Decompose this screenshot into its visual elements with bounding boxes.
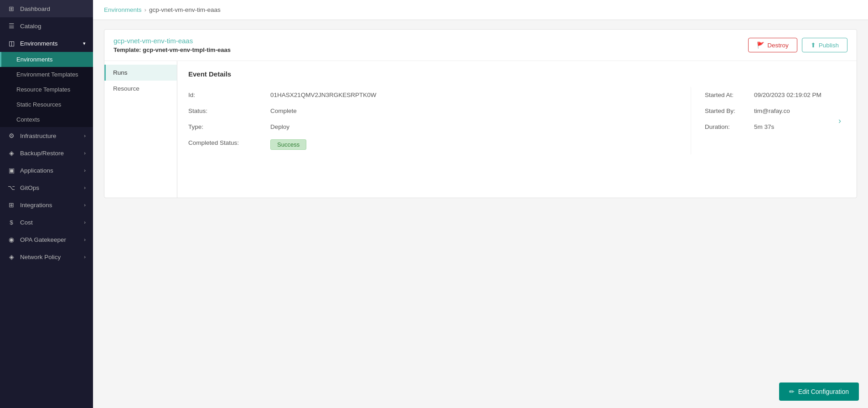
breadcrumb-current: gcp-vnet-vm-env-tim-eaas — [149, 6, 221, 13]
edit-configuration-button[interactable]: ✏ Edit Configuration — [779, 382, 859, 401]
side-tabs: Runs Resource — [104, 61, 177, 198]
template-value: gcp-vnet-vm-env-tmpl-tim-eaas — [143, 46, 231, 53]
type-value: Deploy — [270, 119, 691, 135]
sidebar-item-integrations[interactable]: ⊞ Integrations › — [0, 196, 93, 214]
sidebar-item-gitops[interactable]: ⌥ GitOps › — [0, 179, 93, 196]
sidebar-subitem-environments[interactable]: Environments — [0, 52, 93, 67]
sidebar-item-cost[interactable]: $ Cost › — [0, 214, 93, 231]
publish-button[interactable]: ⬆ Publish — [802, 38, 847, 52]
id-label: Id: — [188, 87, 270, 103]
destroy-label: Destroy — [767, 42, 789, 49]
duration-row: Duration: 5m 37s — [705, 119, 846, 135]
tab-resource[interactable]: Resource — [104, 81, 177, 97]
event-details-right: Started At: 09/20/2023 02:19:02 PM Start… — [691, 87, 846, 154]
sidebar-item-environments-parent[interactable]: ◫ Environments ▾ — [0, 35, 93, 52]
gitops-icon: ⌥ — [7, 184, 16, 192]
event-details-left: Id: 01HASX21QMV2JN3RGKESRPTK0W Status: C… — [188, 87, 691, 154]
breadcrumb: Environments › gcp-vnet-vm-env-tim-eaas — [93, 0, 868, 20]
sidebar-item-backup-restore[interactable]: ◈ Backup/Restore › — [0, 144, 93, 162]
event-details-title: Event Details — [188, 70, 846, 78]
chevron-right-nav-icon[interactable]: › — [838, 116, 841, 126]
template-label: Template: — [114, 46, 141, 53]
card-actions: 🚩 Destroy ⬆ Publish — [748, 38, 847, 52]
publish-label: Publish — [819, 42, 839, 49]
started-at-label: Started At: — [705, 92, 750, 98]
sidebar-item-label: Environments — [20, 40, 58, 47]
backup-icon: ◈ — [7, 149, 16, 157]
started-by-label: Started By: — [705, 107, 750, 114]
chevron-right-icon: › — [84, 202, 86, 208]
breadcrumb-link-environments[interactable]: Environments — [104, 6, 142, 13]
event-details-layout: Id: 01HASX21QMV2JN3RGKESRPTK0W Status: C… — [188, 87, 846, 154]
destroy-button[interactable]: 🚩 Destroy — [748, 38, 797, 52]
chevron-right-icon: › — [84, 168, 86, 173]
duration-label: Duration: — [705, 123, 750, 130]
started-by-value: tim@rafay.co — [754, 107, 790, 114]
started-by-row: Started By: tim@rafay.co — [705, 103, 846, 119]
sidebar-item-applications[interactable]: ▣ Applications › — [0, 162, 93, 179]
card-template-text: Template: gcp-vnet-vm-env-tmpl-tim-eaas — [114, 46, 231, 53]
chevron-right-icon: › — [84, 219, 86, 225]
started-at-row: Started At: 09/20/2023 02:19:02 PM — [705, 87, 846, 103]
duration-value: 5m 37s — [754, 123, 774, 130]
started-at-value: 09/20/2023 02:19:02 PM — [754, 92, 822, 98]
completed-status-label: Completed Status: — [188, 135, 270, 154]
tab-runs[interactable]: Runs — [104, 65, 177, 81]
chevron-right-icon: › — [84, 133, 86, 138]
sidebar-item-label: OPA Gatekeeper — [20, 236, 66, 243]
sidebar-subitem-contexts[interactable]: Contexts — [0, 112, 93, 127]
sidebar-subitem-environment-templates[interactable]: Environment Templates — [0, 67, 93, 82]
infrastructure-icon: ⚙ — [7, 132, 16, 140]
tab-content-runs: Event Details Id: 01HASX21QMV2JN3RGKESRP… — [177, 61, 857, 198]
sidebar-item-label: Applications — [20, 167, 53, 174]
breadcrumb-separator: › — [145, 6, 147, 13]
destroy-icon: 🚩 — [757, 41, 765, 49]
event-grid: Id: 01HASX21QMV2JN3RGKESRPTK0W Status: C… — [188, 87, 691, 154]
sidebar-item-label: Infrastructure — [20, 133, 57, 139]
catalog-icon: ☰ — [7, 22, 16, 30]
chevron-right-icon: › — [84, 185, 86, 190]
environments-icon: ◫ — [7, 39, 16, 47]
network-policy-icon: ◈ — [7, 253, 16, 261]
chevron-right-icon: › — [84, 254, 86, 260]
status-label: Status: — [188, 103, 270, 119]
integrations-icon: ⊞ — [7, 201, 16, 209]
sidebar-item-infrastructure[interactable]: ⚙ Infrastructure › — [0, 127, 93, 144]
chevron-right-icon: › — [84, 237, 86, 242]
applications-icon: ▣ — [7, 166, 16, 174]
card-title-section: gcp-vnet-vm-env-tim-eaas Template: gcp-v… — [114, 37, 231, 53]
type-label: Type: — [188, 119, 270, 135]
success-badge: Success — [270, 139, 306, 150]
content-area: gcp-vnet-vm-env-tim-eaas Template: gcp-v… — [93, 20, 868, 408]
sidebar-item-label: Network Policy — [20, 254, 61, 260]
edit-config-label: Edit Configuration — [798, 388, 849, 395]
sidebar-item-label: Dashboard — [20, 5, 50, 12]
sidebar-subitem-static-resources[interactable]: Static Resources — [0, 97, 93, 112]
chevron-down-icon: ▾ — [83, 41, 86, 46]
publish-icon: ⬆ — [811, 41, 816, 49]
sidebar-item-label: Cost — [20, 219, 33, 226]
sidebar-item-dashboard[interactable]: ⊞ Dashboard — [0, 0, 93, 17]
chevron-right-icon: › — [84, 150, 86, 156]
sidebar-item-label: Catalog — [20, 23, 41, 30]
sidebar-item-catalog[interactable]: ☰ Catalog — [0, 17, 93, 35]
sidebar: ⊞ Dashboard ☰ Catalog ◫ Environments ▾ E… — [0, 0, 93, 408]
environment-title-link[interactable]: gcp-vnet-vm-env-tim-eaas — [114, 37, 231, 45]
dashboard-icon: ⊞ — [7, 5, 16, 13]
sidebar-item-label: GitOps — [20, 184, 39, 191]
card-header: gcp-vnet-vm-env-tim-eaas Template: gcp-v… — [104, 30, 857, 61]
sidebar-item-label: Backup/Restore — [20, 150, 64, 157]
edit-icon: ✏ — [789, 388, 795, 395]
environments-submenu: Environments Environment Templates Resou… — [0, 52, 93, 127]
cost-icon: $ — [7, 218, 16, 226]
id-value: 01HASX21QMV2JN3RGKESRPTK0W — [270, 87, 691, 103]
environment-card: gcp-vnet-vm-env-tim-eaas Template: gcp-v… — [104, 29, 857, 198]
bottom-bar: ✏ Edit Configuration — [770, 375, 868, 408]
sidebar-subitem-resource-templates[interactable]: Resource Templates — [0, 82, 93, 97]
completed-status-value: Success — [270, 135, 691, 154]
main-content: Environments › gcp-vnet-vm-env-tim-eaas … — [93, 0, 868, 408]
sidebar-item-label: Integrations — [20, 202, 52, 209]
sidebar-item-opa-gatekeeper[interactable]: ◉ OPA Gatekeeper › — [0, 231, 93, 248]
sidebar-item-network-policy[interactable]: ◈ Network Policy › — [0, 248, 93, 265]
status-value: Complete — [270, 103, 691, 119]
